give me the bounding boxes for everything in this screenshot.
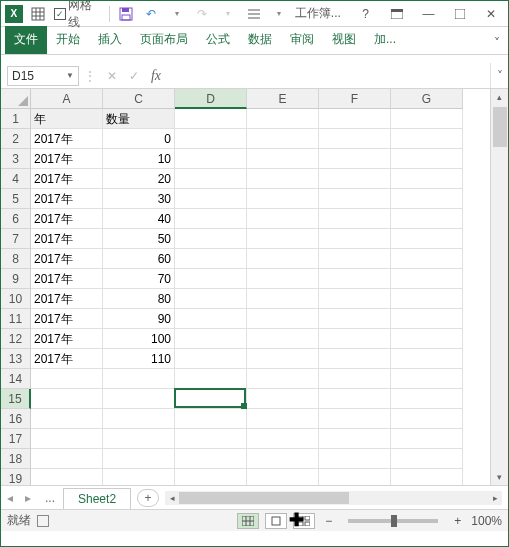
- cell-D4[interactable]: [175, 169, 247, 189]
- cell-G19[interactable]: [391, 469, 463, 485]
- cell-C2[interactable]: 0: [103, 129, 175, 149]
- hscroll-thumb[interactable]: [179, 492, 349, 504]
- horizontal-scrollbar[interactable]: ◂ ▸: [165, 491, 502, 505]
- cell-D3[interactable]: [175, 149, 247, 169]
- col-header-G[interactable]: G: [391, 89, 463, 109]
- formula-input[interactable]: [167, 66, 490, 86]
- cell-D11[interactable]: [175, 309, 247, 329]
- row-header-11[interactable]: 11: [1, 309, 31, 329]
- cell-A5[interactable]: 2017年: [31, 189, 103, 209]
- cell-F5[interactable]: [319, 189, 391, 209]
- scroll-thumb[interactable]: [493, 107, 507, 147]
- cell-F10[interactable]: [319, 289, 391, 309]
- cell-G6[interactable]: [391, 209, 463, 229]
- cell-A7[interactable]: 2017年: [31, 229, 103, 249]
- cell-A14[interactable]: [31, 369, 103, 389]
- cell-G13[interactable]: [391, 349, 463, 369]
- cell-E3[interactable]: [247, 149, 319, 169]
- cell-C1[interactable]: 数量: [103, 109, 175, 129]
- cell-F9[interactable]: [319, 269, 391, 289]
- sheet-tab-active[interactable]: Sheet2: [63, 488, 131, 509]
- cell-A12[interactable]: 2017年: [31, 329, 103, 349]
- cell-E5[interactable]: [247, 189, 319, 209]
- cell-D15[interactable]: [175, 389, 247, 409]
- cell-D18[interactable]: [175, 449, 247, 469]
- cell-G17[interactable]: [391, 429, 463, 449]
- cell-C10[interactable]: 80: [103, 289, 175, 309]
- zoom-value[interactable]: 100%: [471, 514, 502, 528]
- cell-A15[interactable]: [31, 389, 103, 409]
- cell-C11[interactable]: 90: [103, 309, 175, 329]
- cell-A3[interactable]: 2017年: [31, 149, 103, 169]
- cell-C8[interactable]: 60: [103, 249, 175, 269]
- cell-F19[interactable]: [319, 469, 391, 485]
- scroll-down-icon[interactable]: ▾: [491, 469, 508, 485]
- close-button[interactable]: ✕: [479, 3, 504, 25]
- cell-A6[interactable]: 2017年: [31, 209, 103, 229]
- cell-G5[interactable]: [391, 189, 463, 209]
- cell-F7[interactable]: [319, 229, 391, 249]
- cell-A17[interactable]: [31, 429, 103, 449]
- tab-insert[interactable]: 插入: [89, 26, 131, 54]
- minimize-button[interactable]: —: [416, 3, 441, 25]
- cell-G2[interactable]: [391, 129, 463, 149]
- cell-C18[interactable]: [103, 449, 175, 469]
- cell-A1[interactable]: 年: [31, 109, 103, 129]
- zoom-in-button[interactable]: +: [450, 514, 465, 528]
- cell-A18[interactable]: [31, 449, 103, 469]
- row-header-8[interactable]: 8: [1, 249, 31, 269]
- row-header-3[interactable]: 3: [1, 149, 31, 169]
- cell-F6[interactable]: [319, 209, 391, 229]
- scroll-left-icon[interactable]: ◂: [165, 493, 179, 503]
- cell-A16[interactable]: [31, 409, 103, 429]
- cell-G9[interactable]: [391, 269, 463, 289]
- list-icon[interactable]: [244, 4, 264, 24]
- cell-E18[interactable]: [247, 449, 319, 469]
- zoom-slider[interactable]: [348, 519, 438, 523]
- ribbon-display-button[interactable]: [384, 3, 409, 25]
- cell-C7[interactable]: 50: [103, 229, 175, 249]
- cell-D1[interactable]: [175, 109, 247, 129]
- row-header-2[interactable]: 2: [1, 129, 31, 149]
- cell-F14[interactable]: [319, 369, 391, 389]
- row-header-14[interactable]: 14: [1, 369, 31, 389]
- cell-D17[interactable]: [175, 429, 247, 449]
- tab-formula[interactable]: 公式: [197, 26, 239, 54]
- view-pagebreak-button[interactable]: [293, 513, 315, 529]
- fx-button[interactable]: fx: [145, 65, 167, 87]
- row-header-16[interactable]: 16: [1, 409, 31, 429]
- scroll-up-icon[interactable]: ▴: [491, 89, 508, 105]
- qat-dropdown[interactable]: ▾: [269, 4, 289, 24]
- cell-A4[interactable]: 2017年: [31, 169, 103, 189]
- row-header-12[interactable]: 12: [1, 329, 31, 349]
- formula-expand-icon[interactable]: ˅: [490, 63, 508, 88]
- col-header-F[interactable]: F: [319, 89, 391, 109]
- cell-F11[interactable]: [319, 309, 391, 329]
- row-header-4[interactable]: 4: [1, 169, 31, 189]
- macro-record-icon[interactable]: [37, 515, 49, 527]
- vertical-scrollbar[interactable]: ▴ ▾: [490, 89, 508, 485]
- col-header-A[interactable]: A: [31, 89, 103, 109]
- cell-D13[interactable]: [175, 349, 247, 369]
- add-sheet-button[interactable]: +: [137, 489, 159, 507]
- cell-G10[interactable]: [391, 289, 463, 309]
- cell-E13[interactable]: [247, 349, 319, 369]
- cell-G16[interactable]: [391, 409, 463, 429]
- cell-A13[interactable]: 2017年: [31, 349, 103, 369]
- col-header-C[interactable]: C: [103, 89, 175, 109]
- cells-grid[interactable]: 年数量2017年02017年102017年202017年302017年40201…: [31, 109, 463, 485]
- cell-A9[interactable]: 2017年: [31, 269, 103, 289]
- cell-C15[interactable]: [103, 389, 175, 409]
- cell-G4[interactable]: [391, 169, 463, 189]
- row-header-6[interactable]: 6: [1, 209, 31, 229]
- undo-button[interactable]: ↶: [142, 4, 162, 24]
- cell-D16[interactable]: [175, 409, 247, 429]
- scroll-right-icon[interactable]: ▸: [488, 493, 502, 503]
- cell-F12[interactable]: [319, 329, 391, 349]
- zoom-knob[interactable]: [391, 515, 397, 527]
- cell-C9[interactable]: 70: [103, 269, 175, 289]
- tab-layout[interactable]: 页面布局: [131, 26, 197, 54]
- cell-E6[interactable]: [247, 209, 319, 229]
- cell-E8[interactable]: [247, 249, 319, 269]
- cell-E7[interactable]: [247, 229, 319, 249]
